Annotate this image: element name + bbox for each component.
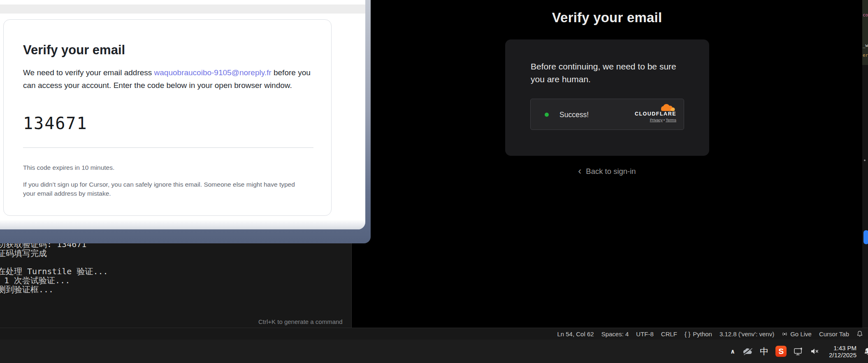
taskbar: ⚙ ∧ 中 S [0, 340, 868, 363]
email-toolbar-band [0, 5, 365, 14]
back-to-signin-label: Back to sign-in [586, 167, 636, 176]
terminal-line: 测到验证框... [0, 284, 53, 294]
email-window-frame: Verify your email We need to verify your… [0, 0, 371, 243]
desktop-screen: Verify your email Before continuing, we … [0, 0, 868, 363]
chevron-left-icon: ‹ [578, 166, 581, 176]
system-tray: ∧ 中 S [730, 340, 868, 363]
clock-date: 2/12/2025 [829, 351, 856, 358]
editor-sliver-highlight: co _w er [862, 0, 868, 65]
code-fragment: er [863, 53, 868, 58]
cloudflare-wordmark: CLOUDFLARE [635, 111, 676, 117]
chevron-up-icon[interactable]: ∧ [730, 348, 735, 355]
email-address-link[interactable]: waquobraucoibo-9105@noreply.fr [154, 68, 272, 77]
turnstile-legal-links: Privacy•Terms [650, 118, 676, 122]
braces-icon: { } [685, 331, 690, 338]
status-eol[interactable]: CRLF [657, 331, 681, 338]
minimap-dot [864, 160, 866, 161]
turnstile-status: Success! [559, 111, 589, 119]
verification-subtitle: Before continuing, we need to be sure yo… [531, 60, 689, 86]
language-label: Python [693, 331, 712, 338]
status-interpreter[interactable]: 3.12.8 ('venv': venv) [716, 331, 778, 338]
volume-muted-icon[interactable] [810, 348, 819, 355]
status-bar: Ln 54, Col 62 Spaces: 4 UTF-8 CRLF { } P… [0, 328, 868, 340]
success-dot-icon [545, 113, 549, 117]
focus-assist-bell-icon[interactable]: z [863, 347, 868, 356]
back-to-signin-link[interactable]: ‹ Back to sign-in [352, 167, 862, 176]
code-fragment: _w [863, 43, 868, 48]
terminal-hint: Ctrl+K to generate a command [258, 318, 343, 325]
monitor-icon[interactable] [794, 347, 803, 356]
terminal-panel[interactable]: 功获取验证码: 134671 证码填写完成 在处理 Turnstile 验证..… [0, 229, 352, 328]
browser-dark-page: Verify your email Before continuing, we … [352, 0, 862, 328]
onedrive-cloud-offline-icon[interactable] [742, 347, 753, 356]
broadcast-icon [782, 331, 788, 337]
input-method-icon[interactable]: 中 [760, 346, 768, 357]
window-bottom-edge [0, 220, 365, 229]
divider [23, 147, 313, 148]
disclaimer-text: If you didn’t sign up for Cursor, you ca… [23, 180, 308, 198]
notifications-bell-icon[interactable] [853, 331, 864, 337]
verification-card: Before continuing, we need to be sure yo… [505, 39, 709, 156]
focus-assist-z: z [866, 349, 867, 353]
sogou-s-icon[interactable]: S [775, 346, 787, 357]
email-message-card: Verify your email We need to verify your… [3, 19, 332, 216]
status-go-live[interactable]: Go Live [778, 331, 815, 338]
editor-sliver: co _w er [862, 0, 868, 328]
taskbar-clock[interactable]: 1:43 PM 2/12/2025 [829, 345, 856, 358]
status-language[interactable]: { } Python [681, 331, 716, 338]
email-heading: Verify your email [23, 43, 125, 58]
cloudflare-brand-block: CLOUDFLARE Privacy•Terms [631, 102, 676, 122]
body-before-link: We need to verify your email address [23, 68, 154, 77]
page-title: Verify your email [352, 10, 862, 25]
terminal-line: 在处理 Turnstile 验证... [0, 266, 108, 276]
status-cursor-position[interactable]: Ln 54, Col 62 [553, 331, 597, 338]
terms-link[interactable]: Terms [666, 118, 676, 122]
link-separator: • [664, 118, 665, 122]
status-encoding[interactable]: UTF-8 [632, 331, 657, 338]
verification-code: 134671 [23, 114, 88, 133]
email-window: Verify your email We need to verify your… [0, 0, 365, 229]
clock-time: 1:43 PM [829, 345, 856, 351]
status-indentation[interactable]: Spaces: 4 [598, 331, 633, 338]
code-fragment: co [863, 12, 868, 18]
terminal-line: 1 次尝试验证... [4, 275, 70, 285]
expiry-note: This code expires in 10 minutes. [23, 164, 114, 171]
terminal-line: 证码填写完成 [0, 248, 47, 258]
privacy-link[interactable]: Privacy [650, 118, 663, 122]
go-live-label: Go Live [790, 331, 812, 338]
status-cursor-tab[interactable]: Cursor Tab [815, 331, 853, 338]
cloudflare-turnstile-widget: Success! CLOUDFLARE Privacy•Terms [530, 99, 684, 130]
email-body-text: We need to verify your email address waq… [23, 67, 316, 92]
sogou-letter: S [778, 347, 784, 356]
editor-blue-badge[interactable] [863, 230, 868, 244]
